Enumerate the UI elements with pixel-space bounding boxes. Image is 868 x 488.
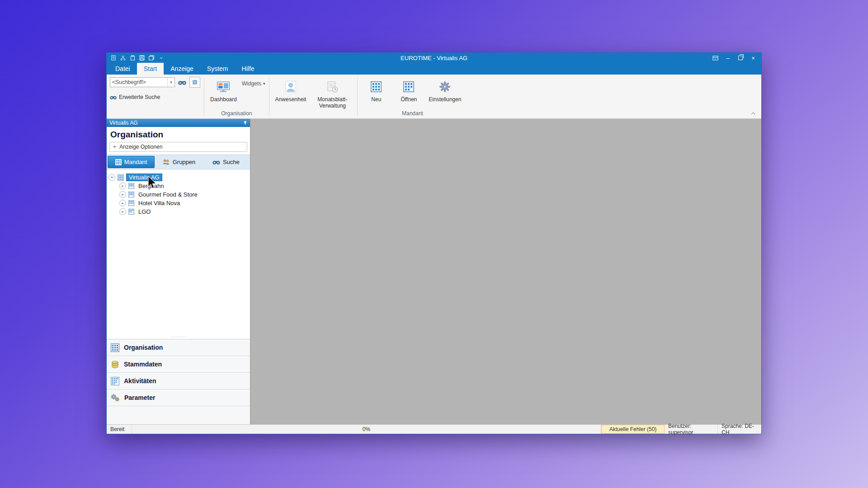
tree-row[interactable]: ▸ Gourmet Food & Store — [108, 190, 248, 199]
anzeige-optionen-toggle[interactable]: + Anzeige Optionen — [109, 142, 247, 152]
desktop: { "colors": { "titlebar": "#1577c2", "se… — [0, 0, 868, 488]
expander-icon[interactable]: ▸ — [119, 208, 126, 215]
chevron-down-icon — [160, 57, 163, 59]
ribbon-tab-strip: Datei Start Anzeige System Hilfe — [107, 63, 761, 75]
panel-tab-suche[interactable]: Suche — [203, 156, 249, 168]
dashboard-button[interactable]: Dashboard — [208, 77, 239, 104]
tab-start[interactable]: Start — [137, 63, 164, 75]
nav-item-stammdaten[interactable]: Stammdaten — [107, 356, 250, 373]
advanced-search-button[interactable]: Erweiterte Suche — [110, 94, 160, 100]
current-errors-button[interactable]: Aktuelle Fehler (50) — [601, 425, 665, 434]
gears-icon — [111, 394, 120, 402]
organisation-panel: Virtualis AG Organisation + Anzeige Opti… — [107, 119, 250, 424]
window-body: Virtualis AG Organisation + Anzeige Opti… — [107, 119, 761, 424]
minimize-button[interactable]: – — [722, 53, 734, 62]
window-controls: – × — [709, 53, 761, 62]
tab-datei[interactable]: Datei — [108, 63, 137, 75]
search-options-button[interactable] — [189, 77, 200, 88]
dashboard-label: Dashboard — [210, 97, 237, 103]
status-progress: 0% — [132, 425, 601, 434]
oeffnen-button[interactable]: Öffnen — [394, 77, 424, 104]
tree-row[interactable]: ▸ Bergbahn — [108, 182, 248, 190]
nav-filler — [107, 406, 250, 424]
expander-icon[interactable]: ▸ — [119, 183, 126, 189]
building-icon — [128, 209, 134, 215]
monatsblatt-button[interactable]: Monatsblatt-Verwaltung — [311, 77, 354, 110]
dashboard-icon — [216, 81, 231, 93]
status-language: Sprache: DE-CH — [718, 425, 761, 434]
nav-item-parameter[interactable]: Parameter — [107, 389, 250, 406]
ribbon-separator — [204, 77, 204, 116]
expander-icon[interactable]: ▸ — [119, 200, 126, 206]
panel-header: Virtualis AG — [107, 119, 250, 127]
nav-item-aktivitaeten[interactable]: Aktivitäten — [107, 373, 250, 389]
search-button[interactable] — [177, 77, 187, 87]
scissors-icon — [120, 55, 126, 61]
ribbon-separator — [357, 77, 358, 116]
pin-panel-button[interactable] — [243, 121, 247, 125]
save-all-button[interactable] — [148, 55, 155, 61]
advanced-search-label: Erweiterte Suche — [119, 94, 160, 100]
building-icon — [118, 174, 124, 181]
ribbon: ▾ Erweiterte Suche — [107, 75, 761, 119]
search-input[interactable] — [110, 78, 167, 86]
nav-label: Aktivitäten — [124, 377, 156, 385]
save-icon — [139, 55, 145, 61]
building-icon — [371, 81, 382, 92]
expander-icon[interactable]: ▾ — [108, 174, 115, 181]
statusbar: Bereit 0% Aktuelle Fehler (50) Benutzer:… — [107, 424, 761, 434]
ribbon-group-search: ▾ Erweiterte Suche — [107, 75, 203, 118]
tree-row[interactable]: ▸ Hotel Villa Nova — [108, 199, 248, 207]
binoculars-icon — [110, 95, 117, 100]
widgets-button[interactable]: Widgets ▾ — [242, 80, 265, 87]
binoculars-icon — [178, 80, 186, 85]
building-icon — [115, 159, 122, 165]
nav-label: Stammdaten — [124, 361, 162, 368]
tree-row-root[interactable]: ▾ Virtualis AG — [108, 173, 248, 182]
anwesenheit-label: Anwesenheit — [275, 97, 307, 103]
building-open-icon — [403, 81, 414, 92]
ribbon-group-organisation: Dashboard Widgets ▾ Organisation — [205, 75, 269, 118]
save-button[interactable] — [139, 55, 145, 61]
tab-hilfe[interactable]: Hilfe — [235, 63, 261, 75]
ribbon-group-mandant: Neu Öffnen Einstellungen Mandant — [358, 75, 467, 118]
tree-row[interactable]: ▸ LGO — [108, 207, 248, 216]
tab-anzeige[interactable]: Anzeige — [164, 63, 200, 75]
tree-label[interactable]: Bergbahn — [137, 182, 165, 190]
building-icon — [128, 200, 134, 206]
panel-tab-mandant-label: Mandant — [124, 159, 147, 165]
close-button[interactable]: × — [747, 53, 760, 62]
pin-icon — [243, 121, 247, 125]
tree-label-root[interactable]: Virtualis AG — [126, 174, 162, 181]
clipboard-icon — [130, 55, 135, 61]
nav-label: Organisation — [124, 344, 163, 351]
paste-button[interactable] — [129, 55, 136, 61]
restore-icon — [738, 56, 743, 60]
nav-item-organisation[interactable]: Organisation — [107, 339, 250, 356]
document-icon — [111, 55, 116, 61]
monthly-sheet-icon — [326, 80, 339, 93]
panel-splitter[interactable]: ········· — [107, 334, 250, 339]
tree-label[interactable]: Hotel Villa Nova — [137, 199, 182, 207]
search-dropdown-button[interactable]: ▾ — [167, 78, 175, 87]
panel-tab-gruppen-label: Gruppen — [173, 159, 196, 165]
qat-customize-button[interactable] — [158, 55, 164, 61]
tree-label[interactable]: LGO — [137, 208, 152, 216]
panel-tab-mandant[interactable]: Mandant — [108, 156, 155, 168]
neu-button[interactable]: Neu — [361, 77, 391, 104]
tab-system[interactable]: System — [200, 63, 235, 75]
cut-button[interactable] — [120, 55, 126, 61]
status-ready: Bereit — [107, 425, 132, 434]
app-window: EUROTIME - Virtualis AG – × Datei Start … — [106, 52, 762, 434]
expander-icon[interactable]: ▸ — [119, 191, 126, 198]
collapse-ribbon-button[interactable] — [750, 111, 757, 116]
new-document-button[interactable] — [110, 55, 117, 61]
maximize-button[interactable] — [734, 53, 747, 62]
panel-tab-gruppen[interactable]: Gruppen — [156, 156, 202, 168]
tree-label[interactable]: Gourmet Food & Store — [137, 191, 199, 198]
anwesenheit-button[interactable]: Anwesenheit — [273, 77, 309, 104]
group-label-organisation: Organisation — [208, 109, 265, 117]
filter-icon — [192, 80, 198, 85]
ribbon-display-options-button[interactable] — [709, 53, 722, 62]
einstellungen-button[interactable]: Einstellungen — [426, 77, 463, 104]
